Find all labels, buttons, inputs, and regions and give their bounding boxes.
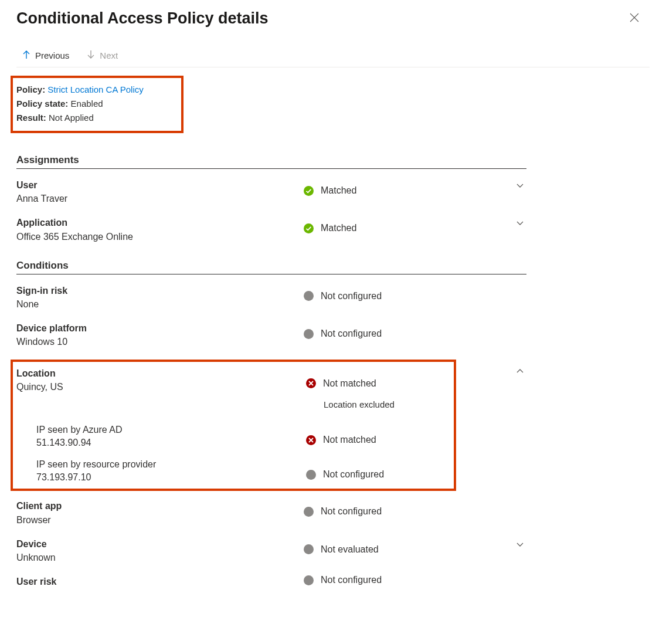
- next-label: Next: [100, 50, 118, 60]
- user-risk-row: User risk Not configured: [16, 575, 526, 588]
- application-status: Matched: [321, 223, 356, 233]
- policy-summary-highlight: Policy: Strict Location CA Policy Policy…: [11, 76, 184, 133]
- ip-rp-value: 73.193.97.10: [36, 471, 306, 484]
- device-status: Not evaluated: [321, 544, 379, 555]
- arrow-down-icon: [87, 50, 95, 61]
- policy-label: Policy:: [16, 84, 45, 94]
- client-app-row: Client app Browser Not configured: [16, 499, 526, 526]
- svg-point-0: [304, 186, 314, 196]
- chevron-down-icon[interactable]: [516, 182, 524, 192]
- dot-icon: [304, 507, 314, 517]
- next-button: Next: [87, 50, 118, 61]
- location-note-row: Location excluded: [16, 394, 450, 415]
- user-value: Anna Traver: [16, 192, 304, 205]
- policy-link[interactable]: Strict Location CA Policy: [47, 84, 143, 94]
- chevron-up-icon[interactable]: [516, 367, 524, 377]
- user-label: User: [16, 178, 304, 192]
- chevron-down-icon[interactable]: [516, 219, 524, 229]
- device-platform-label: Device platform: [16, 321, 304, 335]
- policy-state-value: Enabled: [71, 99, 103, 109]
- ip-azure-value: 51.143.90.94: [36, 436, 306, 449]
- policy-result-label: Result:: [16, 113, 46, 123]
- ip-rp-row: IP seen by resource provider 73.193.97.1…: [36, 458, 450, 484]
- chevron-down-icon[interactable]: [516, 541, 524, 551]
- location-row: Location Quincy, US Not matched: [16, 367, 450, 394]
- device-platform-value: Windows 10: [16, 335, 304, 348]
- user-risk-label: User risk: [16, 575, 304, 588]
- policy-state-label: Policy state:: [16, 99, 68, 109]
- policy-result-line: Result: Not Applied: [13, 111, 175, 125]
- ip-azure-row: IP seen by Azure AD 51.143.90.94 Not mat…: [36, 423, 450, 450]
- dot-icon: [304, 544, 314, 554]
- location-label: Location: [16, 367, 306, 380]
- policy-state-line: Policy state: Enabled: [13, 97, 175, 111]
- previous-button[interactable]: Previous: [22, 50, 69, 61]
- ip-rp-status: Not configured: [323, 469, 384, 480]
- check-icon: [304, 186, 314, 196]
- ip-azure-label: IP seen by Azure AD: [36, 423, 306, 436]
- assignments-header: Assignments: [16, 154, 526, 169]
- nav-bar: Previous Next: [16, 45, 650, 67]
- ip-rp-label: IP seen by resource provider: [36, 458, 306, 471]
- application-label: Application: [16, 216, 304, 229]
- signin-risk-row: Sign-in risk None Not configured: [16, 284, 526, 311]
- user-row: User Anna Traver Matched: [16, 178, 526, 205]
- dot-icon: [304, 291, 314, 301]
- location-note: Location excluded: [324, 399, 395, 409]
- signin-risk-status: Not configured: [321, 291, 382, 301]
- location-value: Quincy, US: [16, 380, 306, 394]
- close-icon: [630, 15, 639, 24]
- svg-point-1: [304, 223, 314, 233]
- arrow-up-icon: [22, 50, 30, 61]
- ip-azure-status: Not matched: [323, 435, 376, 445]
- location-status: Not matched: [323, 378, 376, 389]
- check-icon: [304, 223, 314, 233]
- device-label: Device: [16, 537, 304, 551]
- application-row: Application Office 365 Exchange Online M…: [16, 216, 526, 243]
- device-platform-status: Not configured: [321, 328, 382, 339]
- previous-label: Previous: [35, 50, 69, 60]
- dot-icon: [306, 470, 316, 480]
- policy-result-value: Not Applied: [49, 113, 94, 123]
- device-platform-row: Device platform Windows 10 Not configure…: [16, 321, 526, 348]
- signin-risk-value: None: [16, 297, 304, 311]
- client-app-value: Browser: [16, 513, 304, 527]
- dot-icon: [304, 575, 314, 585]
- x-icon: [306, 378, 316, 388]
- application-value: Office 365 Exchange Online: [16, 230, 304, 243]
- user-status: Matched: [321, 185, 356, 196]
- location-highlight: Location Quincy, US Not matched: [11, 360, 456, 492]
- user-risk-status: Not configured: [321, 575, 382, 585]
- client-app-label: Client app: [16, 499, 304, 513]
- device-row: Device Unknown Not evaluated: [16, 537, 526, 564]
- page-title: Conditional Access Policy details: [16, 9, 650, 28]
- client-app-status: Not configured: [321, 506, 382, 517]
- signin-risk-label: Sign-in risk: [16, 284, 304, 297]
- conditions-header: Conditions: [16, 260, 526, 274]
- policy-line: Policy: Strict Location CA Policy: [13, 83, 175, 97]
- device-value: Unknown: [16, 551, 304, 564]
- dot-icon: [304, 329, 314, 339]
- close-button[interactable]: [630, 13, 639, 24]
- x-icon: [306, 435, 316, 445]
